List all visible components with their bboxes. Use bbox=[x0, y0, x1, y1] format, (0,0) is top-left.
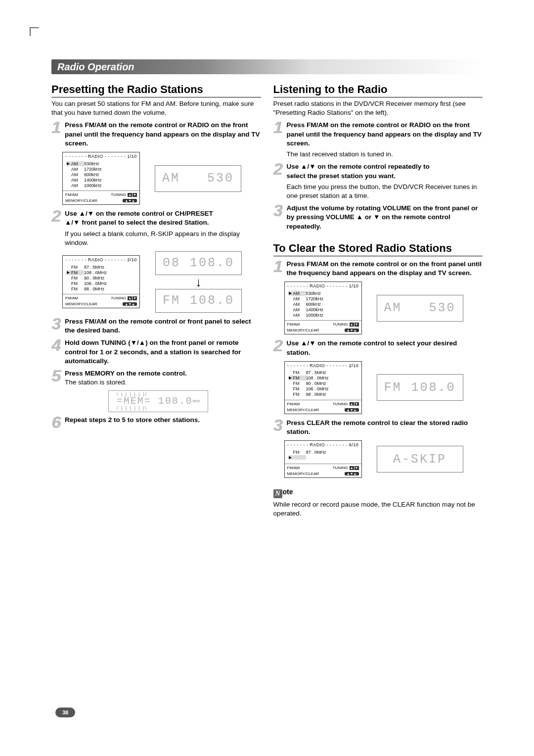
page-number-badge: 38 bbox=[57, 708, 73, 717]
lcd4-value: 108.0 bbox=[411, 380, 455, 395]
section-title-bar: Radio Operation bbox=[51, 59, 483, 74]
step-number-1: 1 bbox=[51, 120, 63, 135]
lcd4-band: FM bbox=[384, 380, 402, 395]
lcd-display-2a: 08 108.0 bbox=[155, 251, 242, 275]
step4-text: Hold down TUNING (▼/▲) on the front pane… bbox=[65, 339, 241, 364]
presetting-intro: You can preset 50 stations for FM and AM… bbox=[51, 99, 261, 117]
lcd5-value: A-SKIP bbox=[393, 452, 446, 467]
step2-sub: If you select a blank column, R-SKIP app… bbox=[65, 230, 261, 247]
step-number-3: 3 bbox=[51, 317, 63, 331]
lcd3-band: AM bbox=[384, 301, 402, 315]
lcd-display-2b: FM 108.0 bbox=[155, 289, 242, 313]
crop-mark bbox=[30, 27, 39, 36]
c-step3-text: Press CLEAR the remote control to clear … bbox=[287, 419, 468, 435]
osd-panel-3: - - - - - - - RADIO - - - - - - - 1/10▶A… bbox=[284, 282, 362, 334]
r-step2-line1: Use ▲/▼ on the remote control repeatedly… bbox=[287, 163, 430, 170]
osd-panel-5: - - - - - - - RADIO - - - - - - - 6/10FM… bbox=[284, 440, 362, 478]
listening-intro: Preset radio stations in the DVD/VCR Rec… bbox=[273, 99, 483, 117]
arrow-down-icon: ↓ bbox=[195, 276, 202, 288]
r-step-number-1: 1 bbox=[273, 120, 285, 135]
step6-text: Repeat steps 2 to 5 to store other stati… bbox=[65, 416, 200, 424]
r-step-number-3: 3 bbox=[273, 203, 285, 218]
lcd2b-left: FM bbox=[163, 293, 180, 308]
step2-line2: ▲/▼ front panel to select the desired St… bbox=[65, 219, 209, 226]
c-step2-text: Use ▲/▼ on the remote control to select … bbox=[287, 339, 457, 356]
osd-panel-4: - - - - - - - RADIO - - - - - - - 2/10FM… bbox=[284, 361, 362, 414]
step-number-6: 6 bbox=[51, 415, 63, 429]
lcd-display-4: FM 108.0 bbox=[377, 374, 463, 401]
step5-bold: Press MEMORY on the remote control. bbox=[65, 370, 187, 377]
r-step3-text: Adjust the volume by rotating VOLUME on … bbox=[287, 204, 478, 230]
lcd-display-1: AM 530 bbox=[155, 165, 241, 192]
note-text: While record or record pause mode, the C… bbox=[273, 500, 483, 518]
lcd1-band: AM bbox=[162, 171, 180, 186]
osd-panel-2: - - - - - - - RADIO - - - - - - - 2/10FM… bbox=[62, 255, 140, 308]
lcd-display-3: AM 530 bbox=[377, 295, 463, 322]
step2-line1: Use ▲/▼ on the remote control or CH/PRES… bbox=[65, 210, 213, 217]
osd-panel-1: - - - - - - - RADIO - - - - - - - 1/10▶A… bbox=[62, 152, 140, 205]
step-number-5: 5 bbox=[51, 369, 63, 383]
lcd2a-right: 108.0 bbox=[190, 256, 234, 270]
lcd2a-left: 08 bbox=[163, 256, 180, 270]
lcd3-value: 530 bbox=[429, 301, 455, 315]
r-step1-text: Press FM/AM on the remote control or RAD… bbox=[287, 121, 482, 146]
r-step2-line2: select the preset station you want. bbox=[287, 172, 396, 180]
lcd1-value: 530 bbox=[207, 171, 234, 186]
step-number-4: 4 bbox=[51, 338, 63, 352]
r-step-number-2: 2 bbox=[273, 162, 285, 176]
memory-lcd: \ | | | | | |/ =MEM= 108.0MHz / | | | | … bbox=[108, 390, 208, 412]
c-step-number-3: 3 bbox=[273, 418, 285, 432]
note-heading: Note bbox=[273, 488, 483, 498]
step3-text: Press FM/AM on the remote control or fro… bbox=[65, 318, 251, 334]
listening-heading: Listening to the Radio bbox=[273, 83, 483, 97]
step1-text: Press FM/AM on the remote control or RAD… bbox=[65, 121, 260, 146]
c-step-number-2: 2 bbox=[273, 338, 285, 353]
step-number-2: 2 bbox=[51, 209, 63, 223]
presetting-heading: Presetting the Radio Stations bbox=[51, 83, 261, 97]
clear-heading: To Clear the Stored Radio Stations bbox=[273, 242, 483, 256]
c-step-number-1: 1 bbox=[273, 259, 285, 274]
lcd2b-right: 108.0 bbox=[190, 293, 234, 308]
r-step1-sub: The last received station is tuned in. bbox=[287, 150, 483, 159]
r-step2-sub: Each time you press the button, the DVD/… bbox=[287, 183, 483, 200]
note-icon: N bbox=[273, 489, 282, 498]
c-step1-text: Press FM/AM on the remote control or on … bbox=[287, 260, 482, 277]
note-label: ote bbox=[283, 488, 293, 496]
step5-sub: The station is stored. bbox=[65, 378, 127, 386]
lcd-display-5: A-SKIP bbox=[377, 446, 463, 472]
page-title: Radio Operation bbox=[57, 61, 134, 73]
